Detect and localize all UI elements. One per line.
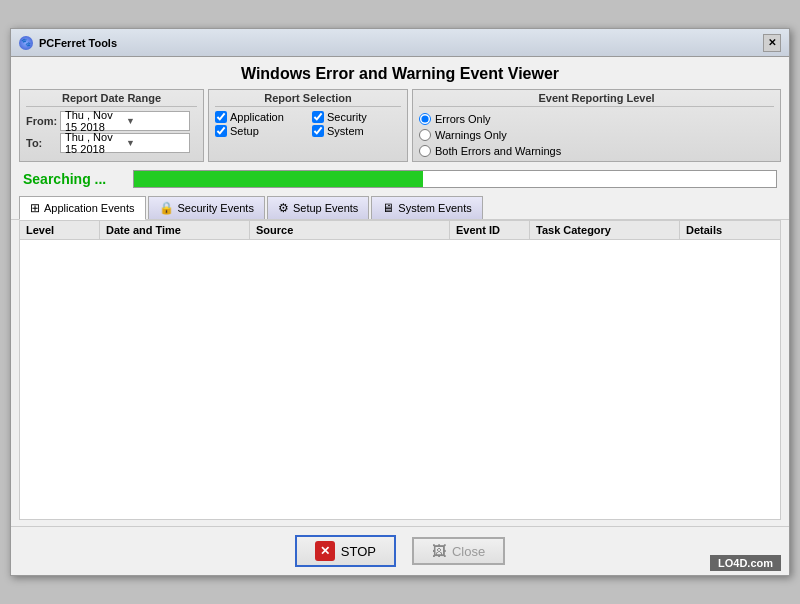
checkbox-setup-input[interactable] [215,125,227,137]
checkbox-system-input[interactable] [312,125,324,137]
title-bar-left: 🐾 PCFerret Tools [19,36,117,50]
security-events-icon: 🔒 [159,201,174,215]
app-name: PCFerret Tools [39,37,117,49]
stop-icon [315,541,335,561]
searching-text: Searching ... [23,171,123,187]
checkbox-setup: Setup [215,125,304,137]
checkbox-grid: Application Security Setup System [215,111,401,137]
checkbox-security-input[interactable] [312,111,324,123]
report-selection-label: Report Selection [215,92,401,107]
events-table: Level Date and Time Source Event ID Task… [19,220,781,520]
checkbox-system-label: System [327,125,364,137]
system-events-icon: 🖥 [382,201,394,215]
table-header: Level Date and Time Source Event ID Task… [20,221,780,240]
col-eventid-header: Event ID [450,221,530,239]
from-date-dropdown[interactable]: ▼ [126,116,185,126]
radio-errors-only: Errors Only [419,113,774,125]
checkbox-application: Application [215,111,304,123]
checkbox-application-input[interactable] [215,111,227,123]
to-label: To: [26,137,56,149]
checkbox-application-label: Application [230,111,284,123]
radio-errors-only-input[interactable] [419,113,431,125]
tabs-bar: ⊞ Application Events 🔒 Security Events ⚙… [11,192,789,220]
date-range-panel: Report Date Range From: Thu , Nov 15 201… [19,89,204,162]
checkbox-security: Security [312,111,401,123]
window-close-button[interactable]: ✕ [763,34,781,52]
radio-errors-only-label: Errors Only [435,113,491,125]
radio-warnings-only-input[interactable] [419,129,431,141]
from-label: From: [26,115,56,127]
report-selection-panel: Report Selection Application Security Se… [208,89,408,162]
tab-application-events-label: Application Events [44,202,135,214]
to-date-dropdown[interactable]: ▼ [126,138,185,148]
progress-fill [134,171,423,187]
from-date-value: Thu , Nov 15 2018 [65,109,124,133]
radio-warnings-only: Warnings Only [419,129,774,141]
event-reporting-level-label: Event Reporting Level [419,92,774,107]
progress-bar-container [133,170,777,188]
radio-both-input[interactable] [419,145,431,157]
application-events-icon: ⊞ [30,201,40,215]
radio-group: Errors Only Warnings Only Both Errors an… [419,111,774,157]
tab-application-events[interactable]: ⊞ Application Events [19,196,146,220]
col-level-header: Level [20,221,100,239]
app-icon: 🐾 [19,36,33,50]
tab-security-events[interactable]: 🔒 Security Events [148,196,265,219]
watermark-text: LO4D.com [718,557,773,569]
tab-system-events[interactable]: 🖥 System Events [371,196,482,219]
col-datetime-header: Date and Time [100,221,250,239]
from-date-field[interactable]: Thu , Nov 15 2018 ▼ [60,111,190,131]
to-row: To: Thu , Nov 15 2018 ▼ [26,133,197,153]
radio-both-label: Both Errors and Warnings [435,145,561,157]
tab-security-events-label: Security Events [178,202,254,214]
title-bar: 🐾 PCFerret Tools ✕ [11,29,789,57]
searching-bar: Searching ... [11,166,789,192]
tab-setup-events[interactable]: ⚙ Setup Events [267,196,369,219]
checkbox-security-label: Security [327,111,367,123]
tab-system-events-label: System Events [398,202,471,214]
date-range-label: Report Date Range [26,92,197,107]
col-source-header: Source [250,221,450,239]
close-icon: 🖼 [432,543,446,559]
stop-label: STOP [341,544,376,559]
radio-warnings-only-label: Warnings Only [435,129,507,141]
table-body [20,240,780,500]
tab-setup-events-label: Setup Events [293,202,358,214]
main-window: 🐾 PCFerret Tools ✕ Windows Error and War… [10,28,790,576]
setup-events-icon: ⚙ [278,201,289,215]
main-title: Windows Error and Warning Event Viewer [11,57,789,89]
close-label: Close [452,544,485,559]
footer: STOP 🖼 Close [11,526,789,575]
header-panels: Report Date Range From: Thu , Nov 15 201… [11,89,789,166]
to-date-value: Thu , Nov 15 2018 [65,131,124,155]
checkbox-setup-label: Setup [230,125,259,137]
watermark-badge: LO4D.com [710,555,781,571]
checkbox-system: System [312,125,401,137]
col-details-header: Details [680,221,780,239]
radio-both-errors-warnings: Both Errors and Warnings [419,145,774,157]
stop-button[interactable]: STOP [295,535,396,567]
close-button[interactable]: 🖼 Close [412,537,505,565]
col-task-header: Task Category [530,221,680,239]
from-row: From: Thu , Nov 15 2018 ▼ [26,111,197,131]
event-reporting-level-panel: Event Reporting Level Errors Only Warnin… [412,89,781,162]
to-date-field[interactable]: Thu , Nov 15 2018 ▼ [60,133,190,153]
window-content: Windows Error and Warning Event Viewer R… [11,57,789,575]
